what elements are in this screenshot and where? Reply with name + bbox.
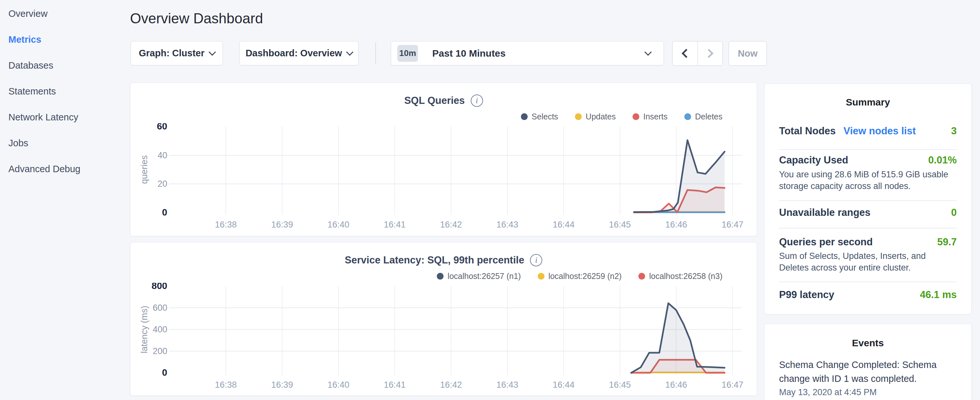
unavailable-ranges-label: Unavailable ranges bbox=[779, 207, 871, 218]
sidebar-item-overview[interactable]: Overview bbox=[0, 1, 129, 27]
svg-text:0: 0 bbox=[162, 207, 167, 217]
svg-text:16:39: 16:39 bbox=[271, 220, 293, 228]
chart-title: SQL Queries bbox=[404, 95, 465, 107]
svg-text:latency (ms): latency (ms) bbox=[140, 306, 149, 353]
svg-text:0: 0 bbox=[162, 367, 167, 378]
svg-text:16:46: 16:46 bbox=[665, 380, 687, 388]
dashboard-dropdown-label: Dashboard: Overview bbox=[245, 48, 342, 59]
time-range-badge: 10m bbox=[397, 45, 418, 62]
events-title: Events bbox=[765, 338, 971, 349]
svg-text:800: 800 bbox=[152, 283, 167, 291]
sidebar-item-jobs[interactable]: Jobs bbox=[0, 130, 129, 156]
svg-text:400: 400 bbox=[153, 325, 167, 334]
svg-text:16:47: 16:47 bbox=[721, 220, 743, 228]
legend-item[interactable]: localhost:26257 (n1) bbox=[437, 271, 521, 281]
legend-item[interactable]: Updates bbox=[575, 112, 616, 121]
capacity-used-value: 0.01% bbox=[928, 155, 957, 166]
chevron-down-icon bbox=[346, 48, 354, 56]
svg-text:16:38: 16:38 bbox=[215, 380, 237, 388]
legend-item[interactable]: localhost:26258 (n3) bbox=[638, 271, 722, 281]
legend-dot-icon bbox=[638, 273, 645, 280]
unavailable-ranges-value: 0 bbox=[951, 207, 957, 218]
sidebar-item-statements[interactable]: Statements bbox=[0, 78, 129, 104]
sidebar-item-databases[interactable]: Databases bbox=[0, 53, 129, 78]
divider bbox=[779, 200, 957, 201]
svg-text:16:43: 16:43 bbox=[496, 220, 518, 228]
summary-title: Summary bbox=[765, 97, 971, 108]
sidebar-item-network-latency[interactable]: Network Latency bbox=[0, 104, 129, 130]
svg-text:16:43: 16:43 bbox=[496, 380, 518, 388]
legend-item[interactable]: Deletes bbox=[684, 112, 722, 121]
total-nodes-label: Total Nodes bbox=[779, 125, 836, 137]
chevron-down-icon bbox=[644, 48, 652, 56]
divider bbox=[779, 282, 957, 282]
svg-text:16:45: 16:45 bbox=[609, 220, 631, 228]
svg-text:16:42: 16:42 bbox=[440, 380, 462, 388]
svg-text:16:44: 16:44 bbox=[553, 380, 574, 388]
summary-card: Summary Total Nodes View nodes list 3 Ca… bbox=[764, 83, 972, 315]
capacity-used-label: Capacity Used bbox=[779, 155, 848, 166]
chevron-right-icon bbox=[704, 49, 713, 58]
page-title: Overview Dashboard bbox=[130, 10, 263, 27]
divider bbox=[779, 228, 957, 228]
legend-dot-icon bbox=[633, 113, 639, 120]
event-item[interactable]: Schema Change Completed: Schema change w… bbox=[779, 358, 959, 386]
legend-label: Deletes bbox=[695, 112, 722, 121]
queries-per-second-subtext: Sum of Selects, Updates, Inserts, and De… bbox=[779, 250, 955, 274]
legend-dot-icon bbox=[684, 113, 691, 120]
sql-queries-chart[interactable]: 16:3816:3916:4016:4116:4216:4316:4416:45… bbox=[140, 123, 748, 228]
legend-label: Selects bbox=[531, 112, 558, 121]
sidebar-item-metrics[interactable]: Metrics bbox=[0, 27, 129, 53]
chevron-left-icon bbox=[682, 49, 691, 58]
svg-text:16:47: 16:47 bbox=[721, 380, 743, 388]
svg-text:60: 60 bbox=[157, 123, 167, 131]
dashboard-dropdown[interactable]: Dashboard: Overview bbox=[239, 41, 358, 65]
svg-text:600: 600 bbox=[153, 303, 167, 312]
graph-dropdown[interactable]: Graph: Cluster bbox=[131, 41, 223, 65]
svg-text:16:45: 16:45 bbox=[609, 380, 631, 388]
queries-per-second-value: 59.7 bbox=[937, 236, 957, 248]
legend-item[interactable]: Selects bbox=[521, 112, 558, 121]
svg-text:16:40: 16:40 bbox=[328, 380, 349, 388]
time-range-label: Past 10 Minutes bbox=[432, 48, 506, 59]
sidebar-item-advanced-debug[interactable]: Advanced Debug bbox=[0, 156, 129, 182]
service-latency-panel: Service Latency: SQL, 99th percentile i … bbox=[130, 242, 757, 396]
svg-text:16:46: 16:46 bbox=[665, 220, 687, 228]
legend-item[interactable]: localhost:26259 (n2) bbox=[538, 271, 622, 281]
view-nodes-list-link[interactable]: View nodes list bbox=[843, 125, 916, 137]
legend-label: localhost:26257 (n1) bbox=[447, 271, 521, 281]
capacity-used-subtext: You are using 28.6 MiB of 515.9 GiB usab… bbox=[779, 169, 955, 192]
svg-text:40: 40 bbox=[158, 150, 167, 160]
events-card: Events Schema Change Completed: Schema c… bbox=[764, 324, 972, 400]
p99-latency-label: P99 latency bbox=[779, 289, 834, 301]
chevron-down-icon bbox=[209, 48, 216, 56]
step-forward-button[interactable] bbox=[698, 41, 723, 65]
legend-dot-icon bbox=[575, 113, 582, 120]
total-nodes-value: 3 bbox=[951, 125, 957, 137]
svg-text:16:39: 16:39 bbox=[271, 380, 293, 388]
svg-text:16:40: 16:40 bbox=[328, 220, 349, 228]
svg-text:16:42: 16:42 bbox=[440, 220, 462, 228]
info-icon[interactable]: i bbox=[471, 94, 483, 107]
legend-dot-icon bbox=[538, 273, 544, 280]
queries-per-second-label: Queries per second bbox=[779, 236, 873, 248]
info-icon[interactable]: i bbox=[530, 254, 542, 266]
step-back-button[interactable] bbox=[673, 41, 698, 65]
latency-chart[interactable]: 16:3816:3916:4016:4116:4216:4316:4416:45… bbox=[140, 283, 748, 388]
legend-dot-icon bbox=[521, 113, 528, 120]
sidebar: Overview Metrics Databases Statements Ne… bbox=[0, 0, 129, 400]
svg-text:16:38: 16:38 bbox=[215, 220, 237, 228]
chart-legend: SelectsUpdatesInsertsDeletes bbox=[521, 112, 722, 121]
legend-item[interactable]: Inserts bbox=[633, 112, 667, 121]
svg-text:16:41: 16:41 bbox=[384, 220, 406, 228]
sql-queries-panel: SQL Queries i SelectsUpdatesInsertsDelet… bbox=[130, 83, 757, 236]
time-range-dropdown[interactable]: 10m Past 10 Minutes bbox=[391, 41, 664, 65]
p99-latency-value: 46.1 ms bbox=[920, 289, 957, 301]
legend-label: localhost:26258 (n3) bbox=[649, 271, 722, 281]
svg-text:queries: queries bbox=[140, 155, 149, 184]
legend-label: Inserts bbox=[643, 112, 667, 121]
legend-label: localhost:26259 (n2) bbox=[549, 271, 622, 281]
svg-text:16:44: 16:44 bbox=[553, 220, 574, 228]
svg-text:200: 200 bbox=[153, 346, 167, 356]
now-button[interactable]: Now bbox=[729, 41, 767, 66]
